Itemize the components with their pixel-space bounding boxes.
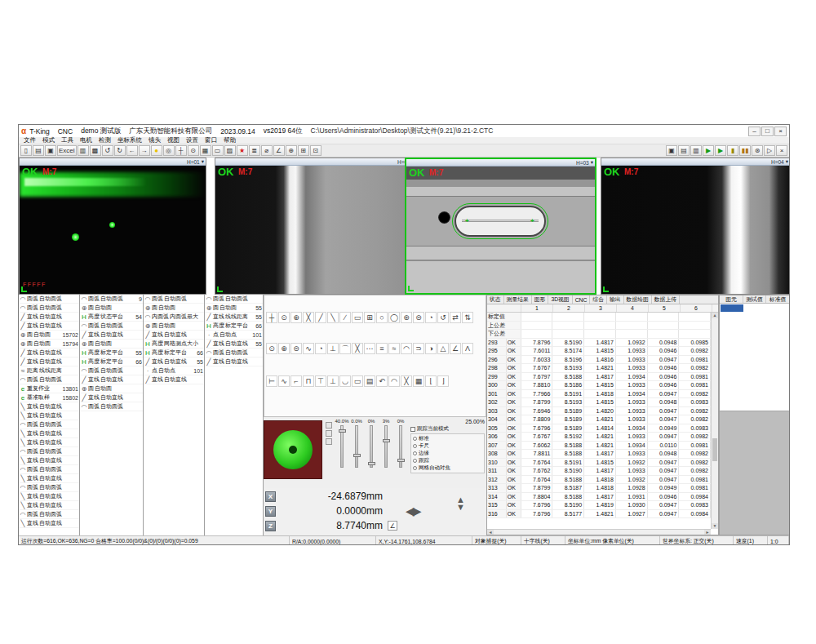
measure-tool-icon[interactable]: ⇄ — [450, 312, 461, 323]
radio-icon[interactable] — [413, 444, 417, 448]
list-item[interactable]: ╱ 直线 自动直线 — [19, 322, 79, 331]
slider-thumb[interactable] — [353, 454, 361, 457]
measure-tool-icon[interactable]: ∿ — [303, 343, 314, 354]
measure-tool-icon[interactable]: ⊜ — [413, 312, 424, 323]
open-file-icon[interactable]: ▤ — [33, 145, 44, 156]
close-view-icon[interactable]: × — [776, 145, 787, 156]
measure-tool-icon[interactable]: ⊞ — [364, 312, 375, 323]
menu-item[interactable]: 镜头 — [145, 136, 164, 144]
selected-cell[interactable] — [721, 304, 743, 312]
measure-tool-icon[interactable]: ╲ — [327, 312, 339, 323]
list-item[interactable]: ⊕ 圆 自动圆 15702 — [19, 331, 79, 340]
list-item[interactable]: ╲ 直线 自动直线 — [19, 474, 79, 483]
list-item[interactable]: · 点 自动点 101 — [205, 331, 263, 340]
results-tab[interactable]: 综合 — [590, 295, 607, 304]
menu-item[interactable]: 模式 — [39, 136, 58, 144]
list-item[interactable]: ╱ 直线 自动直线 — [205, 358, 263, 366]
menu-item[interactable]: 视图 — [164, 136, 183, 144]
list-item[interactable]: ╱ 直线 自动直线 — [144, 375, 204, 384]
resize-corner-icon[interactable] — [603, 286, 609, 292]
list-item[interactable]: ◠ 圆弧 自动圆弧 — [19, 447, 79, 456]
slider-track[interactable] — [340, 425, 344, 468]
construct-tool-icon[interactable]: ◠ — [388, 375, 400, 387]
table-row[interactable]: 312 OK 7.6764 8.5188 1.4818 1.0932 0.094… — [487, 476, 711, 485]
new-file-icon[interactable]: ▯ — [20, 145, 32, 156]
list-item[interactable]: H 高度 标定平台 66 — [205, 322, 263, 331]
checkbox-icon[interactable] — [410, 427, 415, 432]
list-item[interactable]: ╱ 直线 自动直线 55 — [144, 358, 204, 366]
list-item[interactable]: ◠ 圆弧 自动圆弧 — [19, 465, 79, 474]
measure-tool-icon[interactable]: ◠ — [401, 343, 412, 354]
camera-2-image[interactable]: OK M:7 — [215, 166, 416, 294]
list-item[interactable]: H 高度 标定平台 55 — [80, 349, 143, 358]
table-row[interactable]: 315 OK 7.6796 8.5190 1.4819 1.0930 0.094… — [487, 501, 711, 510]
save-icon[interactable]: ▣ — [45, 145, 56, 156]
tools-icon[interactable]: ⊡ — [310, 145, 322, 156]
list-item[interactable]: ⊕ 圆 自动圆 — [80, 340, 143, 349]
measure-tool-icon[interactable]: △ — [437, 343, 449, 354]
camera-3-image[interactable]: + + OK M:7 — [406, 167, 595, 293]
horizontal-scrollbar[interactable]: ◄ ► — [487, 529, 711, 535]
measure-tool-icon[interactable]: ▭ — [352, 312, 363, 323]
list-item[interactable]: ◠ 圆弧 自动圆弧 9 — [80, 295, 143, 304]
camera-1-image[interactable]: OK M:7 FFFFF — [20, 166, 206, 294]
camera-view-4[interactable]: H=04 ▾ OK M:7 — [601, 158, 789, 295]
table-row[interactable]: 311 OK 7.6762 8.5190 1.4817 1.0933 0.094… — [487, 467, 711, 476]
step-icon[interactable]: ▮ — [727, 145, 738, 156]
slider-track[interactable] — [384, 425, 388, 468]
pattern-icon[interactable]: ▨ — [224, 145, 236, 156]
undo-icon[interactable]: ↺ — [102, 145, 113, 156]
camera-4-titlebar[interactable]: H=04 ▾ — [601, 158, 789, 166]
folder-icon[interactable]: ▥ — [690, 145, 702, 156]
measure-tool-icon[interactable]: ◑ — [425, 343, 437, 354]
minimize-button[interactable]: – — [748, 127, 761, 136]
slider-thumb[interactable] — [397, 459, 405, 462]
list-item[interactable]: e 基准取样 15802 — [19, 393, 79, 402]
results-tab[interactable]: 数据上传 — [652, 295, 680, 304]
light-source-icon[interactable]: ● — [151, 145, 162, 156]
table-row[interactable]: 305 OK 7.6796 8.5189 1.4814 1.0934 0.094… — [487, 424, 711, 433]
table-row[interactable]: 316 OK 7.6796 8.5177 1.4821 1.0927 0.094… — [487, 510, 711, 519]
slider-track[interactable] — [399, 425, 402, 468]
angle-tool-icon[interactable]: ∠ — [273, 145, 285, 156]
camera-2-titlebar[interactable]: H=02 ▾ — [215, 158, 416, 166]
menu-item[interactable]: 窗口 — [202, 136, 220, 144]
list-item[interactable]: · 点 自动点 101 — [144, 366, 204, 375]
jog-speed-button[interactable] — [326, 438, 332, 445]
measure-tool-icon[interactable]: Λ — [462, 343, 473, 354]
scroll-down-icon[interactable]: ▼ — [712, 523, 718, 529]
maximize-button[interactable]: □ — [761, 127, 774, 136]
menu-item[interactable]: 设置 — [183, 136, 202, 144]
list-item[interactable]: H 高度 标定平台 66 — [80, 358, 143, 366]
axis-label-icon[interactable]: X — [265, 491, 276, 502]
open-program-icon[interactable]: ▤ — [678, 145, 690, 156]
list-item[interactable]: ╲ 直线 自动直线 — [19, 402, 79, 411]
camera-menu-icon[interactable]: ▾ — [591, 159, 593, 166]
radio-icon[interactable] — [413, 437, 417, 441]
construct-tool-icon[interactable]: ↶ — [376, 375, 388, 387]
menu-item[interactable]: 工具 — [58, 136, 77, 144]
measure-tool-icon[interactable]: ◔ — [315, 343, 326, 354]
list-item[interactable]: ╲ 直线 自动直线 — [19, 411, 79, 420]
measure-tool-icon[interactable]: ≡ — [376, 343, 388, 354]
camera-view-1[interactable]: H=01 ▾ OK M:7 FFFFF — [19, 158, 206, 295]
jog-vertical-icon[interactable]: ▲▼ — [456, 496, 465, 511]
camera-4-image[interactable]: OK M:7 — [601, 166, 789, 294]
results-tab[interactable]: 测量结果 — [504, 295, 532, 304]
list-item[interactable]: ◠ 内圆弧 内圆弧最大 — [144, 313, 204, 322]
run-icon[interactable]: ▶ — [703, 145, 714, 156]
excel-export-button[interactable]: Excel — [57, 145, 77, 156]
print-icon[interactable]: ▩ — [90, 145, 101, 156]
scrollbar-thumb[interactable] — [712, 438, 717, 461]
measure-tool-icon[interactable]: ⊜ — [290, 343, 302, 354]
list-item[interactable]: ◠ 圆弧 自动圆弧 — [19, 483, 79, 492]
tolerance-row[interactable]: 标定值 — [487, 313, 711, 322]
angle-mode-button[interactable]: ∠ — [388, 521, 397, 531]
list-item[interactable]: ⊕ 圆 自动圆 — [144, 322, 204, 331]
list-item[interactable]: H 高度 标定平台 66 — [144, 349, 204, 358]
resize-corner-icon[interactable] — [21, 286, 27, 292]
measure-tool-icon[interactable]: ○ — [376, 312, 388, 323]
report-icon[interactable]: ▥ — [78, 145, 89, 156]
measure-tool-icon[interactable]: ⊙ — [278, 312, 290, 323]
axis-label-icon[interactable]: Y — [265, 506, 276, 517]
